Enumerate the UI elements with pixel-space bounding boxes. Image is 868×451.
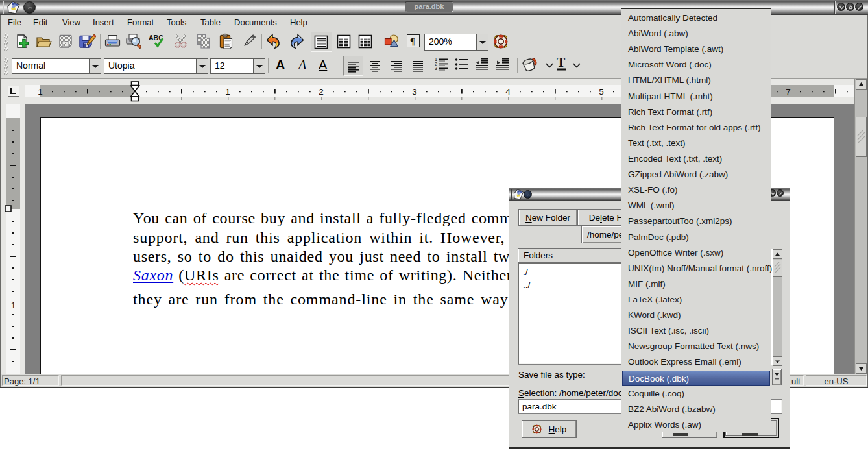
svg-text:T: T <box>557 56 566 69</box>
svg-text:3: 3 <box>435 66 437 71</box>
svg-text:4: 4 <box>505 87 511 97</box>
svg-text:2: 2 <box>319 87 324 97</box>
svg-text:¶: ¶ <box>411 36 415 47</box>
svg-text:2: 2 <box>435 62 437 66</box>
svg-text:1: 1 <box>11 300 16 310</box>
svg-text:7: 7 <box>786 87 791 97</box>
svg-text:5: 5 <box>599 87 604 97</box>
svg-text:1: 1 <box>38 87 43 97</box>
svg-text:1: 1 <box>225 87 230 97</box>
svg-text:1: 1 <box>435 57 437 62</box>
svg-text:3: 3 <box>412 87 417 97</box>
